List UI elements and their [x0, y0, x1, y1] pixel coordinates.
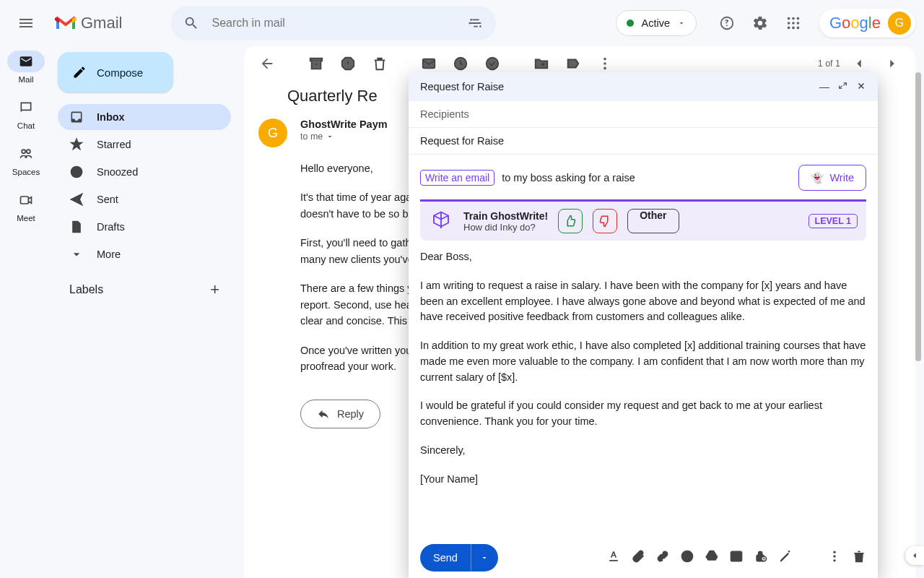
confidential-button[interactable] [754, 549, 768, 566]
svg-point-7 [792, 22, 795, 25]
thumbs-down-icon [598, 215, 611, 228]
svg-point-33 [833, 559, 835, 561]
rail-spaces[interactable]: Spaces [0, 143, 52, 176]
status-chip[interactable]: Active [616, 10, 697, 36]
svg-point-3 [788, 17, 790, 20]
svg-point-13 [27, 150, 30, 153]
format-toolbar [606, 549, 866, 566]
app-name: Gmail [81, 14, 122, 33]
more-options-button[interactable] [827, 549, 842, 566]
thread-counter: 1 of 1 [818, 59, 840, 69]
clock-icon [69, 165, 84, 179]
svg-point-6 [788, 22, 790, 25]
minimize-button[interactable]: — [819, 81, 829, 92]
svg-point-25 [685, 555, 687, 556]
spam-button[interactable] [334, 49, 362, 78]
spaces-icon [19, 147, 33, 161]
meet-icon [19, 193, 33, 207]
svg-point-0 [471, 19, 473, 21]
svg-point-10 [792, 27, 795, 30]
ghostwrite-chip[interactable]: Write an email [420, 170, 494, 186]
drive-icon [705, 549, 719, 564]
svg-point-22 [603, 62, 606, 65]
compose-footer: Send [409, 538, 878, 578]
thumbs-down-button[interactable] [593, 209, 617, 233]
sidebar-item-drafts[interactable]: Drafts [58, 214, 231, 240]
recipients-field[interactable]: Recipients [409, 101, 878, 128]
sidebar-item-more[interactable]: More [58, 241, 231, 267]
sender-avatar[interactable]: G [258, 118, 287, 147]
gear-icon [752, 15, 768, 31]
svg-point-32 [833, 555, 835, 557]
account-avatar[interactable]: G [888, 12, 911, 35]
svg-point-12 [22, 150, 25, 153]
menu-button[interactable] [9, 6, 43, 40]
trash-icon [852, 549, 866, 564]
rail-mail[interactable]: Mail [0, 51, 52, 84]
svg-point-8 [797, 22, 800, 25]
side-panel-scrollbar[interactable] [915, 72, 921, 361]
emoji-button[interactable] [680, 549, 694, 566]
compose-body[interactable]: Dear Boss, I am writing to request a rai… [409, 249, 878, 538]
subject-field[interactable]: Request for Raise [409, 128, 878, 155]
chevron-down-icon [480, 553, 489, 562]
link-button[interactable] [655, 549, 670, 566]
search-icon[interactable] [177, 9, 206, 38]
signature-button[interactable] [778, 549, 793, 566]
next-button[interactable] [878, 49, 907, 78]
format-text-button[interactable] [606, 549, 621, 566]
svg-point-31 [833, 551, 835, 553]
apps-button[interactable] [779, 9, 808, 38]
delete-button[interactable] [365, 49, 394, 78]
status-dot-icon [627, 20, 634, 27]
ghostwrite-prompt-text: to my boss asking for a raise [502, 172, 635, 184]
sidebar-item-snoozed[interactable]: Snoozed [58, 159, 231, 185]
image-button[interactable] [729, 549, 744, 566]
sidebar-item-starred[interactable]: Starred [58, 131, 231, 158]
search-input[interactable] [212, 17, 456, 30]
drive-button[interactable] [705, 549, 719, 566]
google-account-chip[interactable]: Google G [819, 9, 915, 38]
side-panel-toggle[interactable] [905, 546, 924, 565]
reply-button[interactable]: Reply [300, 400, 380, 428]
rail-chat[interactable]: Chat [0, 97, 52, 130]
svg-point-23 [603, 67, 606, 70]
rail-meet[interactable]: Meet [0, 189, 52, 223]
gmail-logo[interactable]: Gmail [55, 14, 122, 33]
add-label-button[interactable]: + [210, 280, 219, 299]
train-title: Train GhostWrite! [463, 210, 548, 222]
sidebar-item-sent[interactable]: Sent [58, 186, 231, 212]
expand-button[interactable] [838, 81, 847, 92]
svg-rect-16 [310, 59, 323, 61]
mail-icon [19, 54, 33, 69]
attach-button[interactable] [631, 549, 645, 566]
back-button[interactable] [253, 49, 282, 78]
ghostwrite-write-button[interactable]: 👻 Write [798, 165, 866, 191]
sidebar-item-inbox[interactable]: Inbox [58, 104, 231, 130]
compose-button[interactable]: Compose [58, 52, 173, 92]
cube-icon [429, 209, 453, 233]
thumbs-up-button[interactable] [558, 209, 583, 233]
chevron-right-icon [884, 56, 900, 72]
search-bar[interactable] [171, 6, 496, 40]
feedback-other-button[interactable]: Other [627, 209, 679, 233]
to-me[interactable]: to me [300, 131, 388, 142]
send-options-button[interactable] [471, 544, 498, 571]
drafts-icon [69, 220, 84, 234]
search-options-icon[interactable] [461, 9, 490, 38]
help-button[interactable] [712, 9, 741, 38]
compose-header[interactable]: Request for Raise — [409, 72, 878, 101]
discard-button[interactable] [852, 549, 866, 566]
reply-icon [317, 407, 330, 420]
sidebar: Compose Inbox Starred Snoozed Sent Draft… [52, 46, 237, 299]
thumbs-up-icon [564, 215, 577, 228]
send-button[interactable]: Send [420, 544, 498, 571]
more-vert-icon [597, 56, 613, 72]
chevron-left-icon [851, 56, 867, 72]
svg-point-26 [689, 555, 690, 556]
close-button[interactable] [856, 81, 866, 93]
settings-button[interactable] [746, 9, 775, 38]
archive-button[interactable] [302, 49, 331, 78]
image-icon [729, 549, 744, 564]
more-vert-icon [827, 549, 842, 564]
